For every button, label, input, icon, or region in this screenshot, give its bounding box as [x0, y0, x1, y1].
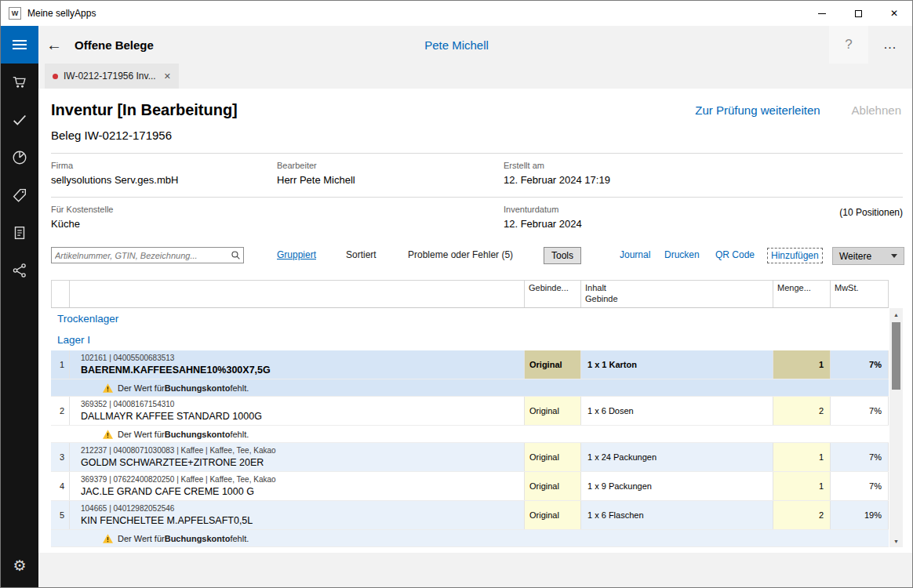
- row-number: 1: [51, 350, 70, 379]
- more-dropdown-button[interactable]: Weitere: [832, 247, 904, 265]
- article-cell[interactable]: 104665 | 04012982052546 KIN FENCHELTEE M…: [70, 501, 525, 529]
- sidebar-item-share[interactable]: [1, 252, 38, 289]
- tab-inventur[interactable]: IW-0212-171956 Inv... ✕: [45, 64, 179, 89]
- warning-text-pre: Der Wert für: [118, 430, 165, 439]
- vertical-scrollbar[interactable]: ▲ ▼: [889, 308, 903, 547]
- group-row-lager-i[interactable]: Lager I: [51, 329, 889, 350]
- chevron-down-icon: [891, 254, 897, 258]
- field-value: 12. Februar 2024 17:19: [504, 174, 903, 186]
- price-tag-icon: [11, 187, 28, 204]
- more-dropdown-label: Weitere: [839, 251, 871, 262]
- article-meta: 369379 | 07622400820250 | Kaffee | Kaffe…: [81, 474, 521, 485]
- mwst-cell: 7%: [831, 350, 889, 379]
- title-bar: W Meine sellyApps ✕: [1, 1, 912, 26]
- tab-label: IW-0212-171956 Inv...: [64, 71, 156, 82]
- close-button[interactable]: ✕: [876, 1, 912, 26]
- window-controls: ✕: [804, 1, 912, 26]
- menge-cell[interactable]: 1: [773, 472, 831, 500]
- sidebar-item-prices[interactable]: [1, 176, 38, 214]
- article-cell[interactable]: 369352 | 04008167154310 DALLMAYR KAFFEE …: [70, 397, 525, 425]
- gebinde-cell[interactable]: Original: [525, 443, 581, 471]
- search-input[interactable]: [52, 251, 227, 260]
- app-logo-icon: W: [9, 7, 21, 20]
- sidebar-item-cart[interactable]: [1, 64, 38, 101]
- maximize-button[interactable]: [840, 1, 876, 26]
- bottom-strip: [38, 553, 912, 587]
- gebinde-cell[interactable]: Original: [525, 350, 581, 379]
- table-row[interactable]: 5 104665 | 04012982052546 KIN FENCHELTEE…: [51, 501, 889, 530]
- reject-link[interactable]: Ablehnen: [852, 103, 901, 117]
- problems-filter[interactable]: Probleme oder Fehler (5): [408, 247, 513, 260]
- menge-cell[interactable]: 2: [773, 397, 831, 425]
- close-icon: ✕: [890, 9, 898, 18]
- journal-link[interactable]: Journal: [620, 247, 650, 260]
- scroll-down-arrow[interactable]: ▼: [889, 535, 903, 547]
- gebinde-cell[interactable]: Original: [525, 397, 581, 425]
- table-row[interactable]: 3 212237 | 04008071030083 | Kaffee | Kaf…: [51, 443, 889, 472]
- table-header-row: Gebinde... Inhalt Gebinde Menge... MwSt.: [51, 280, 889, 308]
- inhalt-cell[interactable]: 1 x 9 Packungen: [581, 472, 773, 500]
- grouped-toggle[interactable]: Gruppiert: [277, 247, 316, 260]
- gebinde-cell[interactable]: Original: [525, 501, 581, 529]
- inhalt-cell[interactable]: 1 x 6 Flaschen: [581, 501, 773, 529]
- scrollbar-thumb[interactable]: [892, 322, 900, 390]
- article-name: KIN FENCHELTEE M.APFELSAFT0,5L: [81, 514, 521, 527]
- sidebar-item-settings[interactable]: ⚙: [1, 546, 38, 584]
- group-row-trockenlager[interactable]: Trockenlager: [51, 308, 889, 329]
- table-row[interactable]: 4 369379 | 07622400820250 | Kaffee | Kaf…: [51, 472, 889, 501]
- article-cell[interactable]: 212237 | 04008071030083 | Kaffee | Kaffe…: [70, 443, 525, 471]
- inhalt-cell[interactable]: 1 x 24 Packungen: [581, 443, 773, 471]
- scroll-up-arrow[interactable]: ▲: [889, 308, 903, 321]
- table-row[interactable]: 1 102161 | 04005500683513 BAERENM.KAFFEE…: [51, 350, 889, 379]
- article-meta: 102161 | 04005500683513: [81, 353, 521, 364]
- gebinde-cell[interactable]: Original: [525, 472, 581, 500]
- sorted-toggle[interactable]: Sortiert: [346, 247, 376, 260]
- article-cell[interactable]: 369379 | 07622400820250 | Kaffee | Kaffe…: [70, 472, 525, 500]
- article-cell[interactable]: 102161 | 04005500683513 BAERENM.KAFFEESA…: [70, 350, 525, 379]
- document-subtitle: Beleg IW-0212-171956: [51, 129, 903, 142]
- table-row[interactable]: 2 369352 | 04008167154310 DALLMAYR KAFFE…: [51, 397, 889, 426]
- header-gebinde[interactable]: Gebinde...: [525, 281, 581, 307]
- app-window: W Meine sellyApps ✕ Pete Michell ← Offen…: [0, 0, 913, 588]
- search-icon[interactable]: [227, 250, 243, 260]
- header-inhalt-gebinde[interactable]: Inhalt Gebinde: [581, 281, 773, 307]
- sidebar-item-tasks[interactable]: [1, 101, 38, 139]
- tab-close-icon[interactable]: ✕: [164, 71, 171, 82]
- menge-cell[interactable]: 2: [773, 501, 831, 529]
- mwst-cell: 7%: [831, 397, 889, 425]
- forward-for-review-link[interactable]: Zur Prüfung weiterleiten: [695, 103, 820, 117]
- menge-cell[interactable]: 1: [773, 350, 831, 379]
- field-kostenstelle: Für Kostenstelle Küche: [51, 198, 277, 241]
- warning-row: Der Wert für Buchungskonto fehlt.: [51, 530, 889, 547]
- share-icon: [11, 262, 28, 279]
- positions-count: (10 Positionen): [839, 207, 903, 218]
- article-name: BAERENM.KAFFEESAHNE10%300X7,5G: [81, 364, 521, 376]
- sidebar-item-reports[interactable]: [1, 139, 38, 176]
- row-number: 5: [51, 501, 70, 529]
- header-menge[interactable]: Menge...: [773, 281, 831, 307]
- warning-text-post: fehlt.: [230, 430, 249, 439]
- header-article[interactable]: [70, 281, 525, 307]
- print-link[interactable]: Drucken: [664, 247, 700, 260]
- inhalt-cell[interactable]: 1 x 1 Karton: [581, 350, 773, 379]
- add-link[interactable]: Hinzufügen: [767, 248, 823, 263]
- back-button[interactable]: ←: [38, 26, 70, 64]
- warning-text-pre: Der Wert für: [118, 534, 165, 543]
- header-mwst[interactable]: MwSt.: [831, 281, 889, 307]
- minimize-button[interactable]: [804, 1, 840, 26]
- hamburger-menu-button[interactable]: [1, 26, 38, 64]
- qr-code-link[interactable]: QR Code: [715, 247, 755, 260]
- app-header: Pete Michell ← Offene Belege ? ...: [1, 26, 912, 64]
- sidebar-item-catalog[interactable]: [1, 214, 38, 252]
- warning-text-post: fehlt.: [230, 534, 249, 543]
- tools-button[interactable]: Tools: [544, 247, 581, 264]
- maximize-icon: [855, 10, 862, 17]
- menge-cell[interactable]: 1: [773, 443, 831, 471]
- warning-row: Der Wert für Buchungskonto fehlt.: [51, 426, 889, 443]
- help-button[interactable]: ?: [829, 26, 868, 64]
- mwst-cell: 7%: [831, 443, 889, 471]
- field-row-1: Firma sellysolutions Serv.ges.mbH Bearbe…: [51, 153, 903, 198]
- inhalt-cell[interactable]: 1 x 6 Dosen: [581, 397, 773, 425]
- header-more-button[interactable]: ...: [868, 26, 912, 64]
- article-name: DALLMAYR KAFFEE STANDARD 1000G: [81, 410, 521, 423]
